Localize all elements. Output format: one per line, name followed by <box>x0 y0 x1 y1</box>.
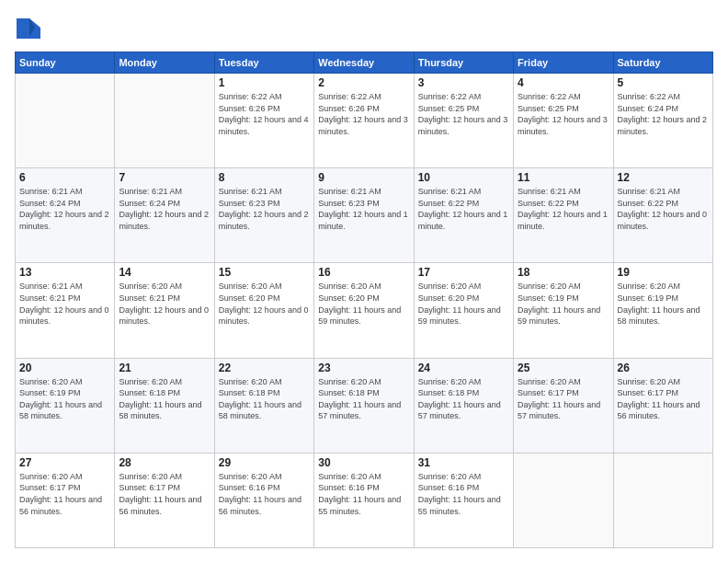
calendar-cell: 4Sunrise: 6:22 AM Sunset: 6:25 PM Daylig… <box>514 74 613 168</box>
day-info: Sunrise: 6:22 AM Sunset: 6:26 PM Dayligh… <box>219 91 310 137</box>
day-info: Sunrise: 6:20 AM Sunset: 6:21 PM Dayligh… <box>119 281 210 327</box>
day-number: 20 <box>19 362 110 374</box>
day-info: Sunrise: 6:22 AM Sunset: 6:24 PM Dayligh… <box>618 91 709 137</box>
day-number: 21 <box>119 362 210 374</box>
day-number: 7 <box>119 171 210 184</box>
day-number: 6 <box>19 171 110 184</box>
calendar-cell: 16Sunrise: 6:20 AM Sunset: 6:20 PM Dayli… <box>314 263 414 358</box>
calendar-cell: 6Sunrise: 6:21 AM Sunset: 6:24 PM Daylig… <box>16 168 115 263</box>
logo-icon <box>15 15 42 42</box>
day-info: Sunrise: 6:21 AM Sunset: 6:21 PM Dayligh… <box>19 281 110 327</box>
day-info: Sunrise: 6:21 AM Sunset: 6:23 PM Dayligh… <box>219 186 310 232</box>
day-info: Sunrise: 6:20 AM Sunset: 6:19 PM Dayligh… <box>618 281 709 327</box>
calendar-cell: 8Sunrise: 6:21 AM Sunset: 6:23 PM Daylig… <box>214 168 313 263</box>
calendar-cell <box>115 74 214 168</box>
calendar-week-row: 20Sunrise: 6:20 AM Sunset: 6:19 PM Dayli… <box>16 358 713 453</box>
calendar-cell: 1Sunrise: 6:22 AM Sunset: 6:26 PM Daylig… <box>214 74 313 168</box>
day-number: 28 <box>119 456 210 469</box>
calendar-cell: 18Sunrise: 6:20 AM Sunset: 6:19 PM Dayli… <box>514 263 613 358</box>
day-number: 17 <box>418 266 509 279</box>
calendar-cell: 22Sunrise: 6:20 AM Sunset: 6:18 PM Dayli… <box>214 358 313 453</box>
calendar-weekday-tuesday: Tuesday <box>214 52 313 74</box>
calendar-cell: 28Sunrise: 6:20 AM Sunset: 6:17 PM Dayli… <box>115 453 214 547</box>
day-number: 18 <box>518 266 609 279</box>
day-info: Sunrise: 6:20 AM Sunset: 6:16 PM Dayligh… <box>219 471 310 517</box>
header <box>15 15 713 42</box>
calendar-header-row: SundayMondayTuesdayWednesdayThursdayFrid… <box>16 52 713 74</box>
day-number: 25 <box>518 362 609 374</box>
day-number: 31 <box>418 456 509 469</box>
day-info: Sunrise: 6:20 AM Sunset: 6:16 PM Dayligh… <box>318 471 409 517</box>
logo <box>15 15 46 42</box>
calendar-cell: 12Sunrise: 6:21 AM Sunset: 6:22 PM Dayli… <box>613 168 712 263</box>
day-info: Sunrise: 6:21 AM Sunset: 6:22 PM Dayligh… <box>418 186 509 232</box>
day-info: Sunrise: 6:20 AM Sunset: 6:18 PM Dayligh… <box>318 376 409 422</box>
day-number: 1 <box>219 76 310 89</box>
day-info: Sunrise: 6:20 AM Sunset: 6:18 PM Dayligh… <box>219 376 310 422</box>
day-number: 19 <box>618 266 709 279</box>
day-info: Sunrise: 6:20 AM Sunset: 6:19 PM Dayligh… <box>19 376 110 422</box>
calendar-week-row: 27Sunrise: 6:20 AM Sunset: 6:17 PM Dayli… <box>16 453 713 547</box>
calendar-cell: 20Sunrise: 6:20 AM Sunset: 6:19 PM Dayli… <box>16 358 115 453</box>
day-number: 30 <box>318 456 409 469</box>
day-number: 13 <box>19 266 110 279</box>
calendar-table: SundayMondayTuesdayWednesdayThursdayFrid… <box>15 52 713 548</box>
day-info: Sunrise: 6:20 AM Sunset: 6:18 PM Dayligh… <box>119 376 210 422</box>
day-info: Sunrise: 6:21 AM Sunset: 6:24 PM Dayligh… <box>19 186 110 232</box>
day-number: 12 <box>618 171 709 184</box>
calendar-cell <box>514 453 613 547</box>
calendar-week-row: 1Sunrise: 6:22 AM Sunset: 6:26 PM Daylig… <box>16 74 713 168</box>
calendar-cell: 14Sunrise: 6:20 AM Sunset: 6:21 PM Dayli… <box>115 263 214 358</box>
day-number: 2 <box>318 76 409 89</box>
calendar-cell <box>16 74 115 168</box>
calendar-cell: 26Sunrise: 6:20 AM Sunset: 6:17 PM Dayli… <box>613 358 712 453</box>
calendar-weekday-monday: Monday <box>115 52 214 74</box>
day-info: Sunrise: 6:21 AM Sunset: 6:22 PM Dayligh… <box>618 186 709 232</box>
calendar-cell: 2Sunrise: 6:22 AM Sunset: 6:26 PM Daylig… <box>314 74 414 168</box>
calendar-cell: 31Sunrise: 6:20 AM Sunset: 6:16 PM Dayli… <box>414 453 513 547</box>
calendar-weekday-saturday: Saturday <box>613 52 712 74</box>
day-info: Sunrise: 6:22 AM Sunset: 6:25 PM Dayligh… <box>418 91 509 137</box>
calendar-weekday-wednesday: Wednesday <box>314 52 414 74</box>
day-number: 16 <box>318 266 409 279</box>
calendar-week-row: 6Sunrise: 6:21 AM Sunset: 6:24 PM Daylig… <box>16 168 713 263</box>
calendar-weekday-friday: Friday <box>514 52 613 74</box>
page: SundayMondayTuesdayWednesdayThursdayFrid… <box>0 0 728 563</box>
svg-rect-2 <box>17 18 29 39</box>
calendar-week-row: 13Sunrise: 6:21 AM Sunset: 6:21 PM Dayli… <box>16 263 713 358</box>
day-number: 3 <box>418 76 509 89</box>
day-number: 14 <box>119 266 210 279</box>
calendar-cell: 25Sunrise: 6:20 AM Sunset: 6:17 PM Dayli… <box>514 358 613 453</box>
day-info: Sunrise: 6:20 AM Sunset: 6:17 PM Dayligh… <box>119 471 210 517</box>
calendar-cell: 19Sunrise: 6:20 AM Sunset: 6:19 PM Dayli… <box>613 263 712 358</box>
day-number: 24 <box>418 362 509 374</box>
calendar-cell: 24Sunrise: 6:20 AM Sunset: 6:18 PM Dayli… <box>414 358 513 453</box>
calendar-weekday-sunday: Sunday <box>16 52 115 74</box>
day-info: Sunrise: 6:20 AM Sunset: 6:17 PM Dayligh… <box>618 376 709 422</box>
day-info: Sunrise: 6:20 AM Sunset: 6:20 PM Dayligh… <box>219 281 310 327</box>
calendar-cell: 10Sunrise: 6:21 AM Sunset: 6:22 PM Dayli… <box>414 168 513 263</box>
day-info: Sunrise: 6:22 AM Sunset: 6:25 PM Dayligh… <box>518 91 609 137</box>
day-info: Sunrise: 6:20 AM Sunset: 6:20 PM Dayligh… <box>418 281 509 327</box>
day-number: 5 <box>618 76 709 89</box>
day-info: Sunrise: 6:20 AM Sunset: 6:17 PM Dayligh… <box>19 471 110 517</box>
calendar-cell: 17Sunrise: 6:20 AM Sunset: 6:20 PM Dayli… <box>414 263 513 358</box>
day-number: 27 <box>19 456 110 469</box>
day-info: Sunrise: 6:21 AM Sunset: 6:24 PM Dayligh… <box>119 186 210 232</box>
day-number: 26 <box>618 362 709 374</box>
day-info: Sunrise: 6:22 AM Sunset: 6:26 PM Dayligh… <box>318 91 409 137</box>
calendar-cell: 30Sunrise: 6:20 AM Sunset: 6:16 PM Dayli… <box>314 453 414 547</box>
calendar-cell: 23Sunrise: 6:20 AM Sunset: 6:18 PM Dayli… <box>314 358 414 453</box>
day-info: Sunrise: 6:21 AM Sunset: 6:22 PM Dayligh… <box>518 186 609 232</box>
calendar-cell: 11Sunrise: 6:21 AM Sunset: 6:22 PM Dayli… <box>514 168 613 263</box>
day-number: 10 <box>418 171 509 184</box>
calendar-cell: 15Sunrise: 6:20 AM Sunset: 6:20 PM Dayli… <box>214 263 313 358</box>
calendar-cell: 3Sunrise: 6:22 AM Sunset: 6:25 PM Daylig… <box>414 74 513 168</box>
calendar-cell: 9Sunrise: 6:21 AM Sunset: 6:23 PM Daylig… <box>314 168 414 263</box>
day-info: Sunrise: 6:20 AM Sunset: 6:16 PM Dayligh… <box>418 471 509 517</box>
calendar-cell <box>613 453 712 547</box>
day-info: Sunrise: 6:20 AM Sunset: 6:20 PM Dayligh… <box>318 281 409 327</box>
day-info: Sunrise: 6:20 AM Sunset: 6:19 PM Dayligh… <box>518 281 609 327</box>
day-info: Sunrise: 6:21 AM Sunset: 6:23 PM Dayligh… <box>318 186 409 232</box>
day-number: 11 <box>518 171 609 184</box>
